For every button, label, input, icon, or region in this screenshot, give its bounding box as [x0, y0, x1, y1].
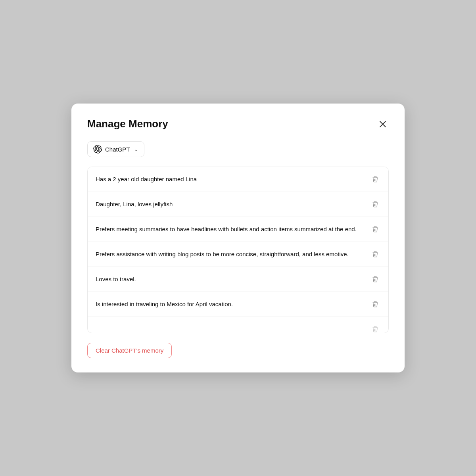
memory-list: Has a 2 year old daughter named Lina Dau…: [87, 167, 389, 333]
chatgpt-logo-icon: [93, 145, 102, 154]
trash-icon: [372, 326, 379, 333]
memory-item: Loves to travel.: [88, 267, 388, 292]
source-label: ChatGPT: [105, 146, 130, 153]
memory-item-text: Is interested in traveling to Mexico for…: [96, 300, 370, 309]
memory-item: Prefers assistance with writing blog pos…: [88, 242, 388, 267]
trash-icon: [372, 276, 379, 283]
modal-title: Manage Memory: [87, 118, 168, 130]
delete-memory-button[interactable]: [370, 199, 380, 209]
memory-item-text: Prefers assistance with writing blog pos…: [96, 250, 370, 259]
memory-item: Is interested in traveling to Mexico for…: [88, 292, 388, 317]
delete-memory-button[interactable]: [370, 224, 380, 234]
delete-memory-button-partial[interactable]: [370, 324, 380, 333]
memory-item-text: Daughter, Lina, loves jellyfish: [96, 200, 370, 209]
trash-icon: [372, 201, 379, 208]
memory-item: Daughter, Lina, loves jellyfish: [88, 192, 388, 217]
memory-item: Prefers meeting summaries to have headli…: [88, 217, 388, 242]
memory-item-text: Has a 2 year old daughter named Lina: [96, 175, 370, 184]
modal-footer: Clear ChatGPT's memory: [87, 343, 389, 358]
trash-icon: [372, 301, 379, 308]
chevron-down-icon: ⌄: [134, 146, 138, 152]
memory-item-text: Prefers meeting summaries to have headli…: [96, 225, 370, 234]
clear-memory-button[interactable]: Clear ChatGPT's memory: [87, 343, 172, 358]
modal-header: Manage Memory: [87, 118, 389, 130]
delete-memory-button[interactable]: [370, 274, 380, 284]
delete-memory-button[interactable]: [370, 174, 380, 184]
delete-memory-button[interactable]: [370, 249, 380, 259]
memory-item-text: Loves to travel.: [96, 275, 370, 284]
memory-item-partial: [88, 317, 388, 333]
trash-icon: [372, 226, 379, 233]
close-button[interactable]: [377, 118, 389, 130]
trash-icon: [372, 251, 379, 258]
trash-icon: [372, 176, 379, 183]
source-selector[interactable]: ChatGPT ⌄: [87, 141, 144, 157]
memory-item: Has a 2 year old daughter named Lina: [88, 167, 388, 192]
delete-memory-button[interactable]: [370, 299, 380, 309]
manage-memory-modal: Manage Memory ChatGPT ⌄ Has a 2 year old…: [71, 104, 405, 372]
close-icon: [378, 120, 387, 129]
